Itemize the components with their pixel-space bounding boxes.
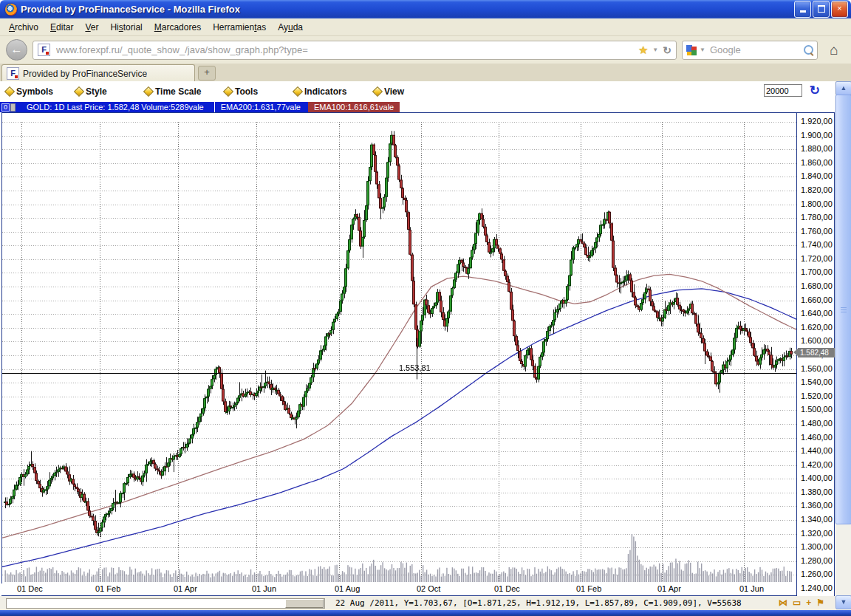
time-tick-label: 01 Apr — [174, 584, 197, 593]
price-tick-label: 1.780,00 — [801, 213, 833, 222]
price-tick-label: 1.880,00 — [801, 144, 833, 153]
search-input[interactable] — [708, 44, 801, 56]
price-tick-label: 1.280,00 — [801, 556, 833, 565]
diamond-icon — [293, 86, 303, 97]
price-tick-label: 1.320,00 — [801, 529, 833, 538]
price-tick-label: 1.860,00 — [801, 158, 833, 167]
price-tick-label: 1.740,00 — [801, 240, 833, 249]
time-tick-label: 01 Feb — [576, 584, 601, 593]
applet-menu-style[interactable]: Style — [75, 86, 139, 97]
chart-toolbar: SymbolsStyleTime ScaleToolsIndicatorsVie… — [0, 81, 835, 102]
reload-icon[interactable]: ↻ — [663, 44, 671, 56]
price-tick-label: 1.700,00 — [801, 267, 833, 276]
scroll-down-arrow-icon[interactable]: ▼ — [835, 595, 851, 609]
price-tick-label: 1.260,00 — [801, 569, 833, 578]
scroll-up-arrow-icon[interactable]: ▲ — [835, 81, 851, 95]
window-bottom-border — [0, 610, 851, 616]
tab-label: Provided by ProFinanceService — [23, 69, 147, 79]
status-icon-group: ⋈▭+⚑ — [779, 598, 824, 608]
fit-width-icon[interactable]: ⋈ — [779, 598, 787, 608]
legend-gold-series: GOLD: 1D Last Price: 1.582,48 Volume:528… — [19, 102, 214, 112]
price-tick-label: 1.900,00 — [801, 131, 833, 140]
tab-active[interactable]: F Provided by ProFinanceService — [1, 64, 195, 82]
legend-zero-button[interactable]: 0 — [0, 102, 19, 112]
zoom-in-icon[interactable]: + — [806, 598, 811, 608]
slider-thumb[interactable] — [285, 599, 324, 608]
applet-menu-view[interactable]: View — [374, 86, 437, 97]
price-tick-label: 1.540,00 — [801, 377, 833, 386]
price-tick-label: 1.600,00 — [801, 336, 833, 345]
firefox-window: Provided by ProFinanceService - Mozilla … — [0, 0, 851, 616]
price-tick-label: 1.620,00 — [801, 323, 833, 332]
price-tick-label: 1.420,00 — [801, 460, 833, 469]
search-icon[interactable] — [804, 45, 813, 55]
last-price-badge: 1.582,48 — [798, 348, 835, 357]
search-engine-dropdown-icon[interactable]: ▼ — [700, 47, 705, 53]
vertical-scrollbar[interactable]: ▲ ▼ — [835, 81, 851, 610]
price-chart-canvas[interactable] — [2, 113, 797, 584]
price-tick-label: 1.520,00 — [801, 391, 833, 400]
price-tick-label: 1.380,00 — [801, 487, 833, 496]
price-tick-label: 1.500,00 — [801, 405, 833, 414]
price-tick-label: 1.760,00 — [801, 227, 833, 236]
applet-status-bar: 22 Aug /2011, Y=1.703,67, [O=1.871,25, H… — [0, 596, 835, 610]
menu-item-archivo[interactable]: Archivo — [3, 20, 44, 35]
tab-strip: F Provided by ProFinanceService + — [0, 64, 851, 83]
time-tick-label: 01 Jun — [252, 584, 276, 593]
marker-flag-icon[interactable]: ⚑ — [816, 598, 824, 608]
title-bar: Provided by ProFinanceService - Mozilla … — [0, 0, 851, 18]
menu-item-ayuda[interactable]: Ayuda — [272, 20, 309, 35]
restore-button[interactable] — [813, 1, 830, 18]
price-tick-label: 1.480,00 — [801, 419, 833, 428]
price-tick-label: 1.680,00 — [801, 281, 833, 290]
legend-ema200: EMA200:1.631,77vale — [214, 102, 308, 112]
bookmark-star-icon[interactable]: ★ — [638, 44, 648, 57]
home-button[interactable]: ⌂ — [823, 41, 845, 60]
zoom-out-icon[interactable]: ▭ — [793, 598, 801, 608]
menu-item-editar[interactable]: Editar — [44, 20, 79, 35]
price-tick-label: 1.820,00 — [801, 185, 833, 194]
menu-item-herramientas[interactable]: Herramientas — [207, 20, 272, 35]
price-tick-label: 1.560,00 — [801, 364, 833, 373]
chart-refresh-icon[interactable]: ↻ — [810, 83, 820, 98]
time-tick-label: 01 Dec — [17, 584, 43, 593]
applet-menu-time-scale[interactable]: Time Scale — [145, 86, 219, 97]
search-bar[interactable]: ▼ — [682, 41, 818, 60]
applet-menu-indicators[interactable]: Indicators — [294, 86, 368, 97]
applet-menu-symbols[interactable]: Symbols — [6, 86, 69, 97]
time-tick-label: 01 Aug — [335, 584, 360, 593]
price-tick-label: 1.300,00 — [801, 542, 833, 551]
bars-count-input[interactable] — [764, 84, 802, 97]
price-tick-label: 1.800,00 — [801, 199, 833, 208]
url-dropdown-icon[interactable]: ▼ — [652, 47, 658, 53]
price-tick-label: 1.720,00 — [801, 254, 833, 263]
url-input[interactable] — [55, 44, 634, 56]
menu-item-historial[interactable]: Historial — [104, 20, 148, 35]
url-bar[interactable]: F ★ ▼ ↻ — [33, 41, 677, 60]
site-favicon: F — [38, 44, 50, 56]
scrollbar-thumb[interactable] — [835, 95, 851, 524]
diamond-icon — [223, 86, 233, 97]
close-button[interactable]: × — [831, 1, 848, 18]
chart-plot-area — [1, 112, 797, 584]
applet-menu-tools[interactable]: Tools — [225, 86, 288, 97]
price-tick-label: 1.660,00 — [801, 295, 833, 304]
minimize-button[interactable] — [794, 1, 811, 18]
price-tick-label: 1.460,00 — [801, 433, 833, 442]
time-axis: 01 Dec01 Feb01 Apr01 Jun01 Aug02 Oct01 D… — [1, 584, 796, 596]
price-tick-label: 1.640,00 — [801, 309, 833, 318]
menu-item-ver[interactable]: Ver — [79, 20, 104, 35]
diamond-icon — [143, 86, 154, 97]
diamond-icon — [74, 86, 84, 97]
chart-scroll-slider[interactable] — [6, 598, 325, 609]
chart-legend: 0 GOLD: 1D Last Price: 1.582,48 Volume:5… — [0, 102, 400, 112]
time-tick-label: 01 Jun — [739, 584, 764, 593]
time-tick-label: 01 Feb — [95, 584, 120, 593]
price-tick-label: 1.240,00 — [801, 584, 833, 592]
legend-ema100: EMA100:1.616,61vale — [308, 102, 400, 112]
price-tick-label: 1.920,00 — [801, 117, 833, 126]
menu-item-marcadores[interactable]: Marcadores — [148, 20, 207, 35]
back-button[interactable]: ← — [6, 39, 27, 61]
new-tab-button[interactable]: + — [198, 66, 216, 81]
google-logo-icon — [686, 45, 697, 55]
